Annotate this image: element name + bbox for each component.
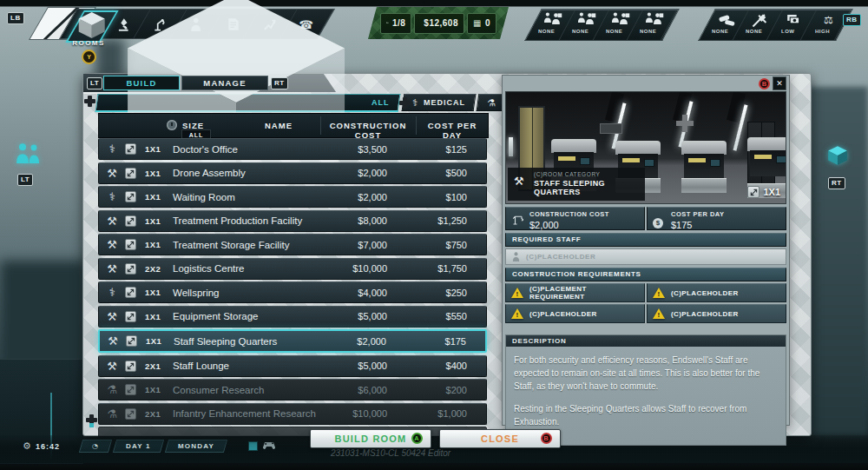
room-size: 1X1 [141,192,170,202]
resource-value: 1/8 [392,18,405,28]
warning-icon: ! [653,288,666,299]
room-title-overlay: ⚒ (C)ROOM CATEGORY STAFF SLEEPING QUARTE… [508,168,645,201]
table-row[interactable]: ⚒ 2X1 Staff Lounge $5,000 $400 [98,355,487,377]
construction-cost: $7,000 [316,240,406,250]
room-name: Equipment Storage [170,311,316,321]
medical-icon: ⚕ [99,190,125,203]
category-tab-all[interactable]: ALL [95,94,400,112]
cost-per-day: $1,250 [406,215,486,226]
table-row[interactable]: ⚗ 2X1 Infantry Enhancement Research $10,… [98,403,487,425]
header-construction-cost[interactable]: CONSTRUCTION COST [323,121,413,140]
warning-icon: ! [653,308,666,320]
cards-icon: ▦ [473,18,482,28]
construction-cost: $8,000 [316,215,406,226]
room-size-badge: 1X1 [747,186,780,198]
expand-icon [125,311,136,322]
table-row[interactable]: ⚒ 1X1 Drone Assembly $2,000 $500 [98,162,487,184]
expand-icon [125,408,136,420]
rooms-cube-icon[interactable] [826,144,849,170]
room-name: Consumer Research [170,385,316,395]
lt-side-button[interactable]: LT [17,174,33,186]
lb-button[interactable]: LB [7,12,24,24]
syringes-icon [751,12,769,28]
resource-counter: ▦ 0 [467,13,496,34]
header-cost-per-day[interactable]: COST PER DAY [418,121,486,140]
construction-cost-label: CONSTRUCTION COST [529,210,639,218]
weekday-label: MONDAY [165,440,227,453]
room-size: 1X1 [142,336,171,346]
support-icon: ⚒ [99,238,125,251]
construction-cost: $2,000 [316,192,406,202]
version-text: 231031-MS10-CL 50424 Editor [256,448,525,458]
table-row[interactable]: ⚒ 1X1 Equipment Storage $5,000 $550 [98,306,487,328]
room-list: ⚕ 1X1 Doctor's Office $3,500 $125 ⚒ 1X1 … [98,138,487,437]
gear-icon[interactable]: ⚙ [23,440,31,452]
table-row[interactable]: ⚕ 1X1 Waiting Room $2,000 $100 [98,186,487,208]
construction-cost: $6,000 [316,385,406,395]
expand-icon [126,335,137,347]
status-value: NONE [746,29,762,34]
staff-icon[interactable] [14,142,42,167]
dpad-bottom-icon[interactable] [86,414,97,426]
support-icon: ⚒ [99,262,125,275]
status-value: HIGH [815,29,830,34]
header-name[interactable]: NAME [231,121,326,130]
room-category-label: (C)ROOM CATEGORY [534,171,640,177]
construction-cost: $10,000 [316,408,406,419]
table-row[interactable]: ⚒ 1X1 Treatment Production Facility $8,0… [98,210,487,232]
table-row[interactable]: ⚕ 1X1 Doctor's Office $3,500 $125 [98,138,487,160]
table-row[interactable]: ⚒ 2X2 Logistics Centre $10,000 $1,750 [98,258,487,280]
dpad-left-icon[interactable] [84,96,95,107]
cost-per-day: $125 [406,144,486,155]
expand-icon [125,361,136,372]
resource-value: $12,608 [424,18,458,28]
build-room-button[interactable]: BUILD ROOM A [310,429,431,448]
b-key-hint: B [541,433,552,444]
close-icon[interactable]: ✕ [773,76,786,90]
support-icon: ⚒ [99,360,125,373]
staff-status-group: NONE NONE NONE NONE [524,9,680,41]
room-name: Logistics Centre [170,263,316,274]
required-staff-placeholder: (C)PLACEHOLDER [505,248,786,265]
rt-tab-button[interactable]: RT [271,77,288,89]
lt-tab-button[interactable]: LT [87,77,102,89]
staff-count-icon [386,22,389,23]
support-icon: ⚒ [100,334,126,348]
table-row[interactable]: ⚒ 1X1 Treatment Storage Facility $7,000 … [98,234,487,255]
cost-per-day: $1,750 [406,263,486,274]
rb-button[interactable]: RB [843,14,861,26]
resource-bar: 1/8 $12,608 ▦ 0 [368,7,509,39]
rt-side-button[interactable]: RT [828,177,845,189]
staff-group-icon [611,12,630,28]
city-silhouette [807,87,868,434]
table-row[interactable]: ⚕ 1X1 Wellspring $4,000 $250 [98,281,487,303]
cost-per-day: $500 [406,168,486,178]
warning-icon: ! [511,308,524,320]
construction-cost: $4,000 [316,288,406,298]
room-name: Staff Lounge [170,361,316,371]
resource-value: 0 [485,18,490,28]
resource-counter: $12,608 [414,13,464,34]
expand-icon [125,287,136,298]
support-icon: ⚒ [514,175,524,188]
cross-decal [676,115,694,132]
status-value: NONE [640,29,656,34]
construction-cost: $5,000 [316,311,406,321]
room-size: 2X1 [141,409,170,419]
room-name: STAFF SLEEPING QUARTERS [534,179,640,196]
required-staff-header: REQUIRED STAFF [505,233,786,247]
construction-requirement: ! (C)PLACEHOLDER [647,283,786,302]
coin-icon: $ [653,213,663,228]
tab-build[interactable]: BUILD [103,76,180,90]
close-button[interactable]: CLOSE B [439,429,561,448]
cost-per-day: $750 [406,240,486,250]
sleeping-pod [681,141,727,193]
lab-icon: ⚗ [99,407,125,420]
table-row[interactable]: ⚗ 1X1 Consumer Research $6,000 $200 [98,379,487,400]
room-name: Treatment Storage Facility [170,240,316,250]
table-row[interactable]: ⚒ 1X1 Staff Sleeping Quarters $2,000 $17… [98,329,487,353]
category-tab-medical[interactable]: ⚕ MEDICAL [401,94,476,111]
dpad-right-icon[interactable] [399,97,411,109]
tab-manage[interactable]: MANAGE [181,76,268,90]
construction-cost-value: $2,000 [529,220,639,230]
